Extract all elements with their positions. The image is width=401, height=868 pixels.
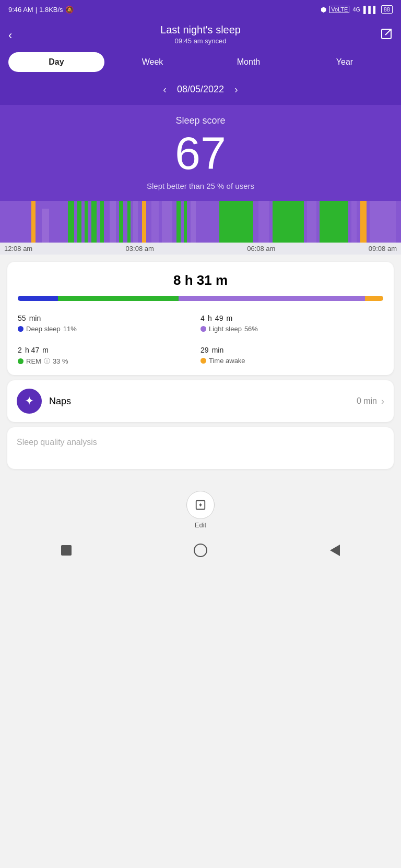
svg-rect-22 — [273, 201, 304, 243]
rem-info-icon: ⓘ — [44, 357, 50, 366]
tab-day[interactable]: Day — [8, 52, 104, 72]
svg-rect-6 — [77, 201, 81, 243]
volte-icon: VoLTE — [329, 6, 349, 13]
svg-rect-26 — [360, 201, 367, 243]
rem-label: REM — [26, 357, 41, 365]
svg-rect-17 — [176, 201, 181, 243]
svg-rect-19 — [191, 201, 196, 243]
svg-rect-11 — [119, 201, 123, 243]
sleep-stats-card: 8 h 31 m 55 min Deep sleep 11% 4 h — [7, 262, 394, 375]
nav-home-button[interactable] — [194, 544, 207, 559]
svg-rect-18 — [184, 201, 187, 243]
sleep-score-value: 67 — [0, 130, 401, 176]
svg-rect-9 — [100, 201, 104, 243]
svg-rect-15 — [151, 201, 159, 243]
back-button[interactable]: ‹ — [8, 29, 12, 42]
tab-week[interactable]: Week — [104, 52, 200, 72]
awake-label: Time awake — [209, 357, 245, 365]
svg-rect-3 — [31, 201, 36, 243]
deep-sleep-value: 55 — [18, 314, 26, 322]
nav-square-button[interactable] — [61, 545, 72, 558]
svg-rect-10 — [110, 201, 116, 243]
nav-back-button[interactable] — [330, 545, 340, 558]
stats-grid: 55 min Deep sleep 11% 4 h 49 m Light sle… — [18, 310, 383, 366]
sleep-chart — [0, 201, 401, 243]
status-time: 9:46 AM — [8, 6, 33, 14]
export-button[interactable] — [380, 28, 393, 43]
edit-bar: Edit — [0, 485, 401, 532]
svg-line-1 — [385, 29, 391, 35]
svg-rect-5 — [68, 201, 74, 243]
light-sleep-label: Light sleep — [209, 325, 242, 333]
light-sleep-unit-h: h — [208, 314, 212, 322]
deep-sleep-pct: 11% — [63, 325, 77, 333]
battery-icon: 88 — [381, 5, 393, 14]
edit-label: Edit — [0, 521, 401, 529]
light-sleep-pct: 56% — [244, 325, 258, 333]
naps-value: 0 min — [357, 396, 377, 406]
naps-card[interactable]: ✦ Naps 0 min › — [7, 380, 394, 422]
sleep-score-label: Sleep score — [0, 115, 401, 126]
deep-sleep-stat: 55 min Deep sleep 11% — [18, 310, 200, 333]
light-sleep-stat: 4 h 49 m Light sleep 56% — [200, 310, 383, 333]
awake-dot — [200, 358, 206, 364]
svg-rect-7 — [85, 201, 88, 243]
light-sleep-dot — [200, 326, 206, 332]
sleep-quality-label: Sleep quality analysis — [17, 438, 384, 447]
header-sync: 09:45 am synced — [31, 37, 370, 45]
date-prev-button[interactable]: ‹ — [163, 83, 167, 95]
circle-icon — [194, 544, 207, 557]
total-sleep-time: 8 h 31 m — [18, 272, 383, 288]
bluetooth-icon: ⬢ — [321, 6, 326, 14]
light-sleep-unit-m: m — [227, 314, 233, 322]
chart-timeline: 12:08 am 03:08 am 06:08 am 09:08 am — [0, 243, 401, 255]
bottom-nav — [0, 536, 401, 566]
timeline-label-1: 03:08 am — [126, 245, 154, 252]
rem-value-m: 47 — [31, 346, 40, 354]
deep-sleep-unit: min — [29, 314, 41, 322]
triangle-back-icon — [330, 545, 340, 556]
sleep-chart-svg — [0, 201, 401, 243]
svg-rect-14 — [142, 201, 146, 243]
sleep-quality-card: Sleep quality analysis — [7, 427, 394, 469]
naps-chevron-right-icon: › — [381, 396, 384, 407]
status-icons: ⬢ VoLTE 4G ▌▌▌ 88 — [321, 5, 393, 14]
rem-bar — [58, 296, 179, 301]
square-icon — [61, 545, 72, 556]
signal-icon: ▌▌▌ — [363, 6, 378, 14]
awake-bar — [365, 296, 383, 301]
network-4g-icon: 4G — [352, 6, 360, 13]
awake-stat: 29 min Time awake — [200, 342, 383, 366]
rem-value-h: 2 — [18, 346, 22, 354]
light-sleep-value-h: 4 — [200, 314, 205, 322]
timeline-label-3: 09:08 am — [369, 245, 397, 252]
rem-dot — [18, 358, 23, 364]
date-nav: ‹ 08/05/2022 › — [0, 80, 401, 105]
header: ‹ Last night's sleep 09:45 am synced — [0, 19, 401, 52]
status-bar: 9:46 AM | 1.8KB/s 🔕 ⬢ VoLTE 4G ▌▌▌ 88 — [0, 0, 401, 19]
svg-rect-12 — [127, 201, 131, 243]
svg-rect-13 — [133, 201, 138, 243]
svg-rect-16 — [162, 201, 172, 243]
svg-rect-20 — [219, 201, 253, 243]
status-network: 1.8KB/s — [39, 6, 63, 14]
naps-icon: ✦ — [17, 389, 42, 414]
tab-bar: Day Week Month Year — [0, 52, 401, 80]
tab-year[interactable]: Year — [297, 52, 393, 72]
rem-pct: 33 % — [53, 357, 68, 365]
deep-sleep-label: Deep sleep — [26, 325, 61, 333]
date-next-button[interactable]: › — [234, 83, 238, 95]
sleep-score-subtext: Slept better than 25 % of users — [0, 182, 401, 201]
light-sleep-value-m: 49 — [215, 314, 223, 322]
deep-sleep-bar — [18, 296, 58, 301]
date-display: 08/05/2022 — [177, 84, 224, 95]
svg-rect-27 — [370, 201, 396, 243]
tab-month[interactable]: Month — [200, 52, 297, 72]
timeline-label-0: 12:08 am — [4, 245, 32, 252]
svg-rect-24 — [320, 201, 348, 243]
sleep-score-section: Sleep score 67 Slept better than 25 % of… — [0, 105, 401, 201]
awake-value: 29 — [200, 346, 209, 354]
rem-stat: 2 h 47 m REM ⓘ 33 % — [18, 342, 200, 366]
edit-button[interactable] — [186, 491, 215, 519]
timeline-label-2: 06:08 am — [247, 245, 275, 252]
